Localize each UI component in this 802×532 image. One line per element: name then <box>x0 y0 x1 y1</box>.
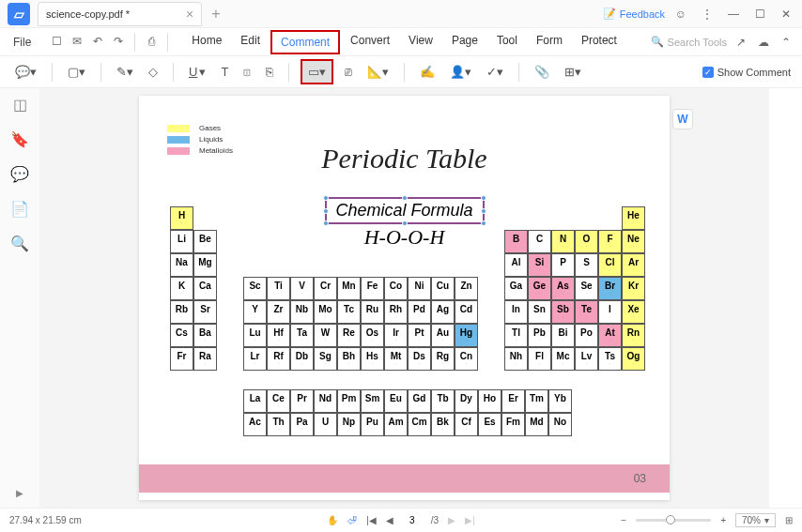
share-icon[interactable]: ↗ <box>733 34 749 51</box>
search-tools[interactable]: 🔍 Search Tools <box>651 36 727 48</box>
element-Pt: Pt· <box>408 324 431 347</box>
element-Y: Y· <box>243 300 267 324</box>
stamp2-tool[interactable]: 👤▾ <box>446 63 475 81</box>
bookmarks-icon[interactable]: 🔖 <box>10 130 29 148</box>
attachments-icon[interactable]: 📄 <box>10 200 29 218</box>
element-Cs: Cs· <box>170 324 193 347</box>
document-tab[interactable]: science-copy.pdf * × <box>38 2 202 26</box>
element-K: K· <box>170 277 193 300</box>
element-Pr: Pr· <box>290 389 314 413</box>
next-page-button[interactable]: ▶ <box>448 515 455 525</box>
comment-toolbar: 💬▾ ▢▾ ✎▾ ◇ U▾ T ⎅ ⎘ ▭▾ ⎚ 📐▾ ✍ 👤▾ ✓▾ 📎 ⊞▾… <box>0 56 802 88</box>
print-icon[interactable]: ⎙ <box>143 33 160 50</box>
element-Br: Br· <box>598 277 622 300</box>
element-Es: Es· <box>478 413 501 436</box>
tab-close-icon[interactable]: × <box>186 7 193 22</box>
element-Am: Am· <box>384 413 408 436</box>
stamp-tool[interactable]: ⎚ <box>341 63 356 81</box>
collapse-icon[interactable]: ⌃ <box>778 34 794 51</box>
menu-convert[interactable]: Convert <box>342 30 398 54</box>
left-sidebar: ◫ 🔖 💬 📄 🔍 ▶ <box>0 88 39 508</box>
element-Ne: Ne· <box>622 230 645 253</box>
menu-form[interactable]: Form <box>528 30 571 54</box>
last-page-button[interactable]: ▶| <box>465 515 475 525</box>
element-Sn: Sn· <box>528 300 551 324</box>
comments-icon[interactable]: 💬 <box>10 165 29 183</box>
more-icon[interactable]: ⋮ <box>697 4 717 24</box>
first-page-button[interactable]: |◀ <box>366 515 377 525</box>
cloud-icon[interactable]: ☁ <box>755 34 772 51</box>
menu-view[interactable]: View <box>400 30 441 54</box>
zoom-in-button[interactable]: + <box>720 515 726 525</box>
element-Ni: Ni· <box>408 277 431 300</box>
menu-home[interactable]: Home <box>183 30 230 54</box>
menu-page[interactable]: Page <box>443 30 486 54</box>
feedback-button[interactable]: 📝 Feedback <box>603 8 665 20</box>
textbox-tool[interactable]: ⎅ <box>239 63 254 81</box>
shape-tool[interactable]: ▭▾ <box>301 59 333 84</box>
text-tool[interactable]: T <box>217 63 232 81</box>
select-tool-icon[interactable]: ⮰ <box>347 515 357 525</box>
annotation-textbox[interactable]: Chemical Formula <box>324 197 484 224</box>
element-Rn: Rn· <box>622 324 645 347</box>
user-icon[interactable]: ☺ <box>671 4 691 24</box>
maximize-button[interactable]: ☐ <box>749 4 770 24</box>
tab-add-button[interactable]: + <box>211 6 220 23</box>
element-Po: Po· <box>575 324 598 347</box>
callout-tool[interactable]: ⎘ <box>262 63 277 81</box>
element-Li: Li· <box>170 230 193 253</box>
element-Al: Al· <box>504 253 528 277</box>
save-icon[interactable]: ☐ <box>48 33 65 50</box>
signature-tool[interactable]: ✍ <box>416 63 439 81</box>
note-tool[interactable]: 💬▾ <box>11 63 40 81</box>
word-export-badge[interactable]: W <box>672 109 693 129</box>
element-Ga: Ga· <box>504 277 528 300</box>
document-canvas[interactable]: W Gases Liquids Metalloids Periodic Tabl… <box>39 88 769 508</box>
show-comment-toggle[interactable]: ✓ Show Comment <box>702 67 791 78</box>
search-panel-icon[interactable]: 🔍 <box>10 235 29 252</box>
mail-icon[interactable]: ✉ <box>69 33 85 50</box>
pencil-tool[interactable]: ✎▾ <box>113 63 137 81</box>
menu-protect[interactable]: Protect <box>573 30 625 54</box>
element-Ge: Ge· <box>528 277 551 300</box>
element-Zn: Zn· <box>455 277 478 300</box>
element-Ce: Ce· <box>267 389 290 413</box>
menu-tool[interactable]: Tool <box>488 30 526 54</box>
menu-comment[interactable]: Comment <box>270 30 340 54</box>
eraser-tool[interactable]: ◇ <box>145 63 162 81</box>
zoom-select[interactable]: 70%▾ <box>735 513 776 527</box>
hand-tool-icon[interactable]: ✋ <box>327 515 338 525</box>
page-input[interactable] <box>403 515 422 525</box>
expand-sidebar-icon[interactable]: ▶ <box>16 488 23 498</box>
minimize-button[interactable]: — <box>723 4 744 24</box>
highlight-tool[interactable]: ▢▾ <box>64 63 89 81</box>
zoom-out-button[interactable]: − <box>621 515 626 525</box>
element-Na: Na· <box>170 253 193 277</box>
fit-page-icon[interactable]: ⊞ <box>785 515 793 525</box>
thumbnails-icon[interactable]: ◫ <box>13 96 27 114</box>
file-menu[interactable]: File <box>8 34 37 51</box>
measure-tool[interactable]: 📐▾ <box>363 63 393 81</box>
periodic-left: H·Li·Be·Na·Mg·K·Ca·Rb·Sr·Cs·Ba·Fr·Ra· <box>170 206 217 371</box>
element-Sg: Sg· <box>314 347 337 371</box>
redo-icon[interactable]: ↷ <box>110 33 127 50</box>
approve-tool[interactable]: ✓▾ <box>483 63 507 81</box>
options-tool[interactable]: ⊞▾ <box>561 63 585 81</box>
element-Nb: Nb· <box>290 300 314 324</box>
close-button[interactable]: ✕ <box>776 4 796 24</box>
attachment-tool[interactable]: 📎 <box>531 63 553 81</box>
zoom-slider[interactable] <box>636 519 711 522</box>
element-Db: Db· <box>290 347 314 371</box>
element-Er: Er· <box>501 389 525 413</box>
element-Ar: Ar· <box>622 253 645 277</box>
element-Eu: Eu· <box>384 389 408 413</box>
element-Pd: Pd· <box>408 300 431 324</box>
element-Ta: Ta· <box>290 324 314 347</box>
element-As: As· <box>551 277 575 300</box>
element-C: C· <box>528 230 551 253</box>
menu-bar: File ☐ ✉ ↶ ↷ ⎙ HomeEditCommentConvertVie… <box>0 28 802 56</box>
underline-tool[interactable]: U▾ <box>185 63 209 81</box>
menu-edit[interactable]: Edit <box>232 30 269 54</box>
undo-icon[interactable]: ↶ <box>89 33 106 50</box>
prev-page-button[interactable]: ◀ <box>386 515 393 525</box>
